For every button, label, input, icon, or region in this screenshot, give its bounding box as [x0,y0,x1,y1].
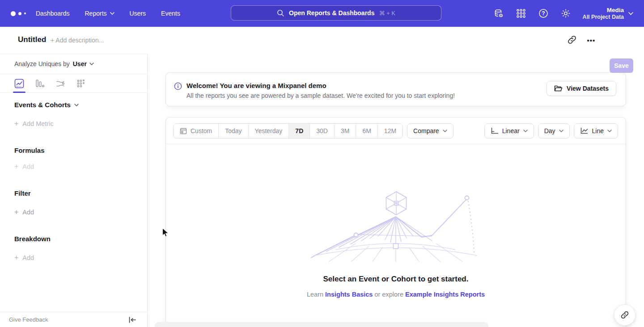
chart-type-dropdown[interactable]: Line [574,123,618,138]
chevron-down-icon [628,12,633,15]
line-type-icon [580,127,589,134]
tab-flow-chart[interactable] [55,79,65,88]
search-shortcut: ⌘ + K [379,10,395,17]
analyze-uniques-row: Analyze Uniques by User [0,54,147,74]
add-metric-button[interactable]: + Add Metric [14,120,54,128]
nav-reports[interactable]: Reports [85,10,114,17]
link-icon [620,310,629,319]
explore-text: or explore [373,291,405,298]
breakdown-section: Breakdown [14,235,51,243]
analyze-by-dropdown[interactable]: User [73,60,94,67]
view-datasets-button[interactable]: View Datasets [547,81,616,96]
top-navigation-bar: Dashboards Reports Users Events Open Rep… [0,0,644,27]
flow-chart-icon [55,79,65,88]
events-cohorts-section[interactable]: Events & Cohorts [14,101,79,109]
banner-subtitle: All the reports you see are powered by a… [186,92,455,99]
empty-state-illustration [311,188,481,262]
range-today[interactable]: Today [219,124,248,138]
add-breakdown-button[interactable]: + Add [14,254,34,262]
empty-state-subtitle: Learn Insights Basics or explore Example… [166,291,626,298]
range-yesterday[interactable]: Yesterday [249,124,289,138]
apps-grid-icon[interactable] [516,8,526,19]
collapse-sidebar-icon[interactable] [128,316,136,323]
line-chart-icon [14,79,24,88]
range-30d[interactable]: 30D [310,124,335,138]
learn-text: Learn [307,291,325,298]
primary-nav: Dashboards Reports Users Events [36,0,180,27]
add-description-field[interactable]: + Add description... [51,37,104,44]
chevron-down-icon [607,130,612,132]
chevron-down-icon [110,12,114,15]
welcome-banner: Welcome! You are viewing a Mixpanel demo… [165,72,626,106]
visualization-tabs [0,75,147,93]
add-filter-button[interactable]: + Add [14,208,34,216]
date-range-control: Custom Today Yesterday 7D 30D 3M 6M 12M [173,123,403,138]
data-management-icon[interactable] [493,8,504,19]
chevron-down-icon [89,63,94,65]
search-label: Open Reports & Dashboards [289,9,374,17]
project-name: Media [583,7,624,14]
example-reports-link[interactable]: Example Insights Reports [405,291,485,298]
formulas-section: Formulas [14,147,45,154]
range-7d[interactable]: 7D [289,124,310,138]
report-title[interactable]: Untitled [18,35,46,44]
tab-bar-chart[interactable] [35,79,45,88]
compare-button[interactable]: Compare [407,123,453,138]
report-header: Untitled + Add description... ••• Save [0,27,644,54]
range-3m[interactable]: 3M [335,124,356,138]
insights-basics-link[interactable]: Insights Basics [325,291,373,298]
scale-dropdown[interactable]: Linear [484,123,534,138]
global-search[interactable]: Open Reports & Dashboards ⌘ + K [231,5,441,21]
tab-metric-grid[interactable] [76,79,86,88]
settings-gear-icon[interactable] [560,8,571,19]
bar-chart-icon [35,79,45,88]
plus-icon: + [14,208,18,216]
tab-line-chart[interactable] [14,79,24,88]
nav-events[interactable]: Events [161,10,180,17]
insights-chart-card: Custom Today Yesterday 7D 30D 3M 6M 12M … [165,117,626,327]
range-custom[interactable]: Custom [174,124,219,138]
mixpanel-logo-icon[interactable] [11,10,30,17]
chart-toolbar: Custom Today Yesterday 7D 30D 3M 6M 12M … [166,117,626,144]
granularity-dropdown[interactable]: Day [538,123,570,138]
project-switcher[interactable]: Media All Project Data [583,7,633,21]
help-icon[interactable]: ? [538,8,549,19]
main-content: Welcome! You are viewing a Mixpanel demo… [148,54,644,327]
nav-utilities: ? Media All Project Data [493,0,633,27]
nav-dashboards[interactable]: Dashboards [36,10,70,17]
plus-icon: + [14,254,18,262]
search-icon [277,9,284,17]
range-12m[interactable]: 12M [378,124,402,138]
bottom-sheet-edge [155,322,488,327]
empty-state-title: Select an Event or Cohort to get started… [166,275,626,284]
plus-icon: + [14,163,18,171]
folder-icon [554,85,563,92]
chevron-down-icon [443,130,447,132]
project-scope: All Project Data [583,14,624,21]
banner-title: Welcome! You are viewing a Mixpanel demo [186,82,326,89]
linear-axes-icon [491,127,499,134]
dots-grid-icon [76,79,86,88]
svg-text:?: ? [542,10,545,17]
chevron-down-icon [523,130,528,132]
nav-users[interactable]: Users [130,10,146,17]
sidebar-footer: Give Feedback [0,312,147,327]
analyze-label: Analyze Uniques by [14,60,70,67]
save-button[interactable]: Save [610,59,633,73]
query-builder-sidebar: Analyze Uniques by User [0,54,148,327]
chevron-down-icon [74,104,79,106]
info-icon [174,82,182,90]
calendar-icon [180,127,187,134]
copy-link-icon[interactable] [567,35,578,46]
plus-icon: + [14,120,18,128]
more-options-icon[interactable]: ••• [585,35,597,46]
filter-section: Filter [14,189,31,197]
give-feedback-link[interactable]: Give Feedback [9,316,48,323]
range-6m[interactable]: 6M [356,124,377,138]
chevron-down-icon [559,130,564,132]
floating-link-button[interactable] [614,304,636,326]
add-formula-button[interactable]: + Add [14,163,34,171]
